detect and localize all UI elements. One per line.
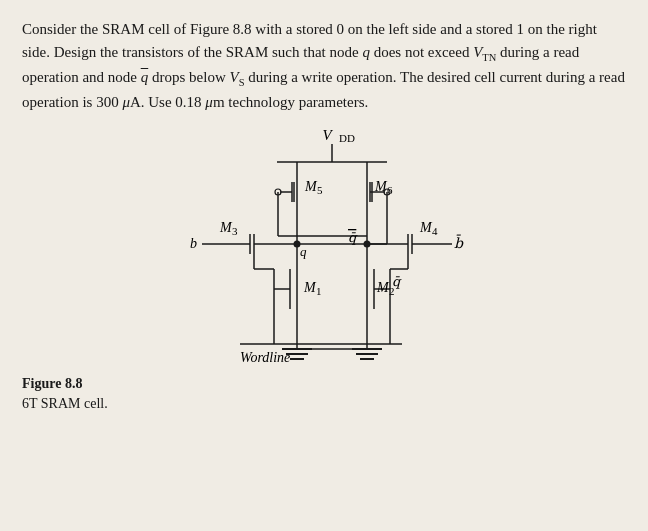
qbar-gate-label: q̄ <box>392 274 402 289</box>
q-label: q <box>300 244 307 259</box>
m1-label: M <box>303 280 317 295</box>
bbar-label: b̄ <box>454 233 464 250</box>
m4-sub: 4 <box>432 225 438 237</box>
figure-label: Figure 8.8 <box>22 374 108 394</box>
m2-label: M <box>376 280 390 295</box>
b-label: b <box>190 236 197 251</box>
vdd-sub: DD <box>339 132 355 144</box>
m3-label: M <box>219 220 233 235</box>
qbar-label: q̄ <box>348 230 358 245</box>
paragraph-text: Consider the SRAM cell of Figure 8.8 wit… <box>22 18 626 114</box>
m5-sub: 5 <box>317 184 323 196</box>
figure-caption: Figure 8.8 6T SRAM cell. <box>22 374 108 413</box>
page: Consider the SRAM cell of Figure 8.8 wit… <box>0 0 648 531</box>
circuit-svg: V DD M 5 <box>22 124 642 399</box>
m5-label: M <box>304 179 318 194</box>
m4-label: M <box>419 220 433 235</box>
vdd-label: V <box>322 127 333 143</box>
m6-label: M <box>374 179 388 194</box>
m3-sub: 3 <box>232 225 238 237</box>
circuit-diagram: V DD M 5 <box>22 124 626 414</box>
m6-sub: 6 <box>387 184 393 196</box>
wordline-label: Wordline <box>240 350 290 365</box>
figure-caption-text: 6T SRAM cell. <box>22 394 108 414</box>
m1-sub: 1 <box>316 285 322 297</box>
